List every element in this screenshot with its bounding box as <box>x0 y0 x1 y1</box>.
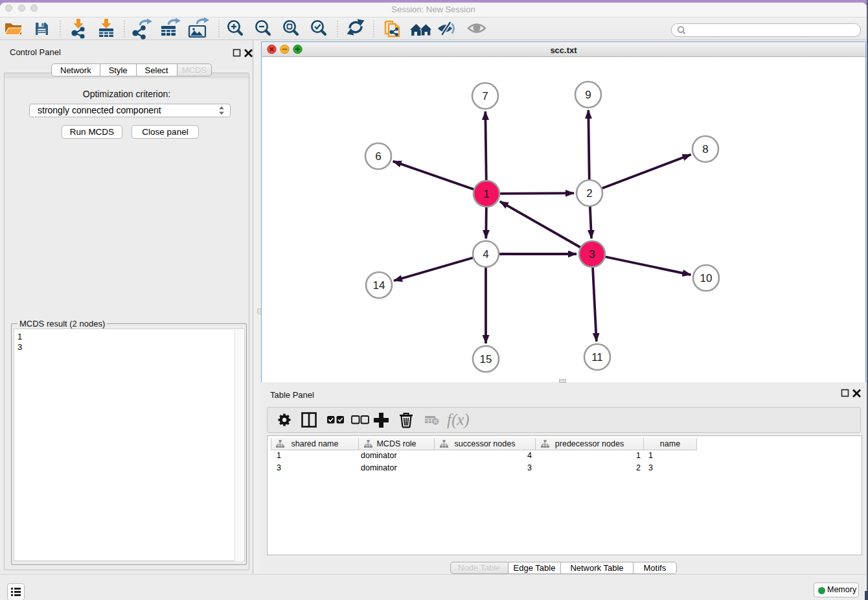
svg-text:1: 1 <box>483 188 489 200</box>
svg-text:2: 2 <box>586 187 592 200</box>
svg-text:8: 8 <box>702 143 708 156</box>
svg-text:7: 7 <box>482 90 488 102</box>
svg-text:10: 10 <box>700 272 713 284</box>
svg-text:14: 14 <box>373 279 385 292</box>
svg-text:f(x): f(x) <box>447 411 470 429</box>
svg-text:3: 3 <box>589 248 595 260</box>
svg-text:9: 9 <box>585 89 591 101</box>
svg-text:15: 15 <box>480 353 492 365</box>
svg-text:6: 6 <box>375 150 381 163</box>
svg-text:4: 4 <box>483 248 488 260</box>
svg-text:11: 11 <box>591 351 603 363</box>
